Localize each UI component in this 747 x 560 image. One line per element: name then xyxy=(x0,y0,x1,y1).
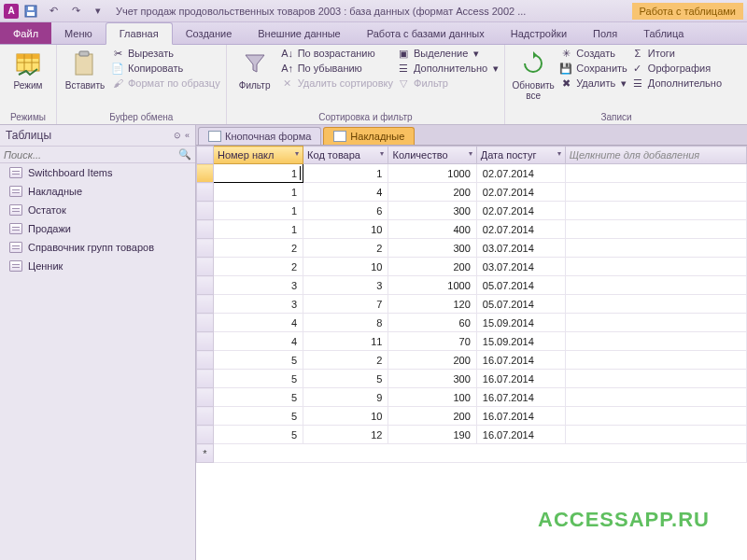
cell[interactable]: 11 xyxy=(303,332,388,351)
cell[interactable] xyxy=(565,220,746,239)
row-selector[interactable] xyxy=(197,183,214,202)
cell[interactable] xyxy=(565,407,746,426)
cell[interactable]: 03.07.2014 xyxy=(476,239,565,258)
nav-table-item[interactable]: Накладные xyxy=(0,182,195,201)
tab-home[interactable]: Главная xyxy=(106,22,173,45)
row-selector[interactable] xyxy=(197,388,214,407)
cell[interactable]: 1000 xyxy=(388,164,476,183)
cell[interactable]: 05.07.2014 xyxy=(476,276,565,295)
save-icon[interactable] xyxy=(22,3,39,20)
tab-table[interactable]: Таблица xyxy=(630,22,697,44)
cell[interactable]: 16.07.2014 xyxy=(476,388,565,407)
cell[interactable]: 1 xyxy=(214,183,303,202)
column-header[interactable]: Номер накл▾ xyxy=(214,147,303,164)
undo-icon[interactable]: ↶ xyxy=(45,3,62,20)
column-header[interactable]: Количество▾ xyxy=(388,147,476,164)
cell[interactable]: 15.09.2014 xyxy=(476,314,565,332)
cell[interactable] xyxy=(565,276,746,295)
cell[interactable]: 70 xyxy=(388,332,476,351)
tab-menu[interactable]: Меню xyxy=(51,22,106,44)
row-selector[interactable] xyxy=(197,370,214,388)
cell[interactable]: 100 xyxy=(388,388,476,407)
cell[interactable]: 16.07.2014 xyxy=(476,407,565,426)
cell[interactable]: 16.07.2014 xyxy=(476,370,565,388)
tab-addins[interactable]: Надстройки xyxy=(498,22,580,44)
copy-button[interactable]: 📄Копировать xyxy=(111,62,220,75)
save-record-button[interactable]: 💾Сохранить xyxy=(559,62,627,75)
tab-create[interactable]: Создание xyxy=(173,22,246,44)
cell[interactable] xyxy=(565,258,746,276)
cell[interactable]: 16.07.2014 xyxy=(476,426,565,444)
cell[interactable]: 200 xyxy=(388,183,476,202)
cell[interactable]: 9 xyxy=(303,388,388,407)
redo-icon[interactable]: ↷ xyxy=(67,3,84,20)
select-all-corner[interactable] xyxy=(197,147,214,164)
cell[interactable]: 10 xyxy=(303,258,388,276)
cell[interactable] xyxy=(565,314,746,332)
cell[interactable]: 1 xyxy=(214,202,303,220)
cell[interactable]: 1 xyxy=(214,220,303,239)
nav-table-item[interactable]: Остаток xyxy=(0,201,195,219)
cell[interactable]: 300 xyxy=(388,202,476,220)
row-selector[interactable] xyxy=(197,351,214,370)
cell[interactable]: 02.07.2014 xyxy=(476,202,565,220)
cell[interactable]: 300 xyxy=(388,239,476,258)
cell[interactable]: 200 xyxy=(388,351,476,370)
cell[interactable]: 2 xyxy=(303,239,388,258)
delete-record-button[interactable]: ✖Удалить▾ xyxy=(559,77,627,90)
cell[interactable] xyxy=(565,388,746,407)
nav-table-item[interactable]: Справочник групп товаров xyxy=(0,238,195,257)
column-dropdown-icon[interactable]: ▾ xyxy=(469,149,472,158)
nav-table-item[interactable]: Switchboard Items xyxy=(0,163,195,182)
cell[interactable] xyxy=(565,183,746,202)
tab-external[interactable]: Внешние данные xyxy=(245,22,353,44)
cell[interactable]: 3 xyxy=(214,276,303,295)
more-records-button[interactable]: ☰Дополнительно xyxy=(631,77,722,90)
new-row-selector[interactable] xyxy=(197,444,214,463)
cell[interactable]: 10 xyxy=(303,407,388,426)
row-selector[interactable] xyxy=(197,276,214,295)
cell[interactable]: 05.07.2014 xyxy=(476,295,565,314)
cell[interactable]: 3 xyxy=(303,276,388,295)
column-dropdown-icon[interactable]: ▾ xyxy=(380,149,384,158)
cell[interactable]: 5 xyxy=(303,370,388,388)
cell[interactable] xyxy=(565,295,746,314)
cell[interactable]: 10 xyxy=(303,220,388,239)
file-tab[interactable]: Файл xyxy=(0,22,51,44)
cell[interactable]: 4 xyxy=(303,183,388,202)
column-header[interactable]: Код товара▾ xyxy=(303,147,388,164)
row-selector[interactable] xyxy=(197,332,214,351)
add-column[interactable]: Щелкните для добавления xyxy=(565,147,746,164)
cell[interactable]: 03.07.2014 xyxy=(476,258,565,276)
cell[interactable]: 190 xyxy=(388,426,476,444)
row-selector[interactable] xyxy=(197,239,214,258)
row-selector[interactable] xyxy=(197,164,214,183)
cell[interactable]: 1000 xyxy=(388,276,476,295)
cell[interactable]: 2 xyxy=(214,239,303,258)
cell[interactable] xyxy=(565,332,746,351)
cell[interactable]: 02.07.2014 xyxy=(476,183,565,202)
filter-button[interactable]: Фильтр xyxy=(233,47,277,92)
row-selector[interactable] xyxy=(197,220,214,239)
nav-header[interactable]: Таблицы ⊙ « xyxy=(0,125,195,147)
totals-button[interactable]: ΣИтоги xyxy=(631,47,722,60)
row-selector[interactable] xyxy=(197,314,214,332)
sort-desc-button[interactable]: A↑По убыванию xyxy=(281,62,393,75)
cell[interactable]: 120 xyxy=(388,295,476,314)
cell[interactable]: 15.09.2014 xyxy=(476,332,565,351)
cell[interactable]: 5 xyxy=(214,426,303,444)
column-header[interactable]: Дата постуг▾ xyxy=(476,147,565,164)
cell[interactable]: 16.07.2014 xyxy=(476,351,565,370)
nav-collapse-icon[interactable]: « xyxy=(185,131,190,140)
column-dropdown-icon[interactable]: ▾ xyxy=(295,149,299,158)
document-tab[interactable]: Накладные xyxy=(323,127,415,145)
cell[interactable]: 1 xyxy=(214,164,303,183)
cell[interactable]: 2 xyxy=(303,351,388,370)
cell[interactable]: 400 xyxy=(388,220,476,239)
cell[interactable]: 5 xyxy=(214,407,303,426)
row-selector[interactable] xyxy=(197,426,214,444)
cell[interactable]: 8 xyxy=(303,314,388,332)
row-selector[interactable] xyxy=(197,258,214,276)
cell[interactable]: 60 xyxy=(388,314,476,332)
cell[interactable]: 5 xyxy=(214,388,303,407)
